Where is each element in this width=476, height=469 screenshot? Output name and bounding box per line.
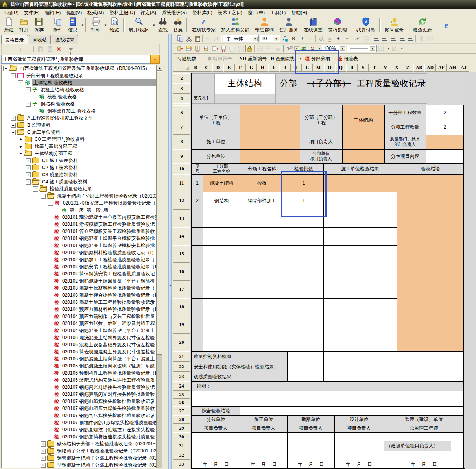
tree-item[interactable]: 检020104 预应力原材料检验批质量验收记录（Ⅰ [2, 306, 156, 313]
row-header-11[interactable]: 11 [173, 174, 190, 192]
toolbar-button-open-folder[interactable]: 打开 [17, 17, 31, 34]
cell-division-value[interactable]: 主体结构 [342, 105, 384, 135]
tree-item[interactable]: 项模板 验收表格 [2, 93, 156, 100]
line-style-select[interactable]: ▼ [347, 45, 377, 52]
tree-item[interactable]: −C 施工单位资料 [2, 129, 156, 136]
row-spacing-decrease-icon[interactable] [264, 45, 272, 52]
collapse-box-icon[interactable]: − [26, 102, 31, 107]
cell-quality-label[interactable]: 质量部门、技术 部门负责人 [384, 135, 426, 149]
row-header-18[interactable]: 18 [173, 298, 190, 316]
cell-title-fenbu[interactable]: 分部 [275, 73, 302, 94]
toolbar-button-check-update[interactable]: 检查更新 [410, 17, 435, 34]
cell-note-label[interactable]: 说明： [195, 381, 234, 391]
cell-subcount-label[interactable]: 子分部工程数量 [384, 105, 426, 120]
tree-item[interactable]: −分部分项工程质量验收记录 [2, 72, 156, 79]
custom-button-画删除线[interactable]: Đ画删除线 [271, 54, 295, 64]
tree-item-label[interactable]: 020107 预埋件钢筋T形焊接头检验批质量验收 [61, 419, 156, 426]
cell-header-sub[interactable]: 子分部 工程名称 [203, 163, 240, 174]
tree-item[interactable]: +钢结构子分部工程检验批验收记录（020301~020 [2, 447, 156, 454]
tree-item-label[interactable]: 020104 预应力张拉、放张、灌浆及封锚工程 [61, 320, 156, 327]
font-color-icon[interactable] [281, 35, 289, 42]
tree-item-label[interactable]: 020103 混凝土拌合物检验批质量验收记录（Ⅰ [61, 292, 156, 299]
copy-icon[interactable] [176, 35, 184, 42]
row-header-24[interactable]: 24 [173, 381, 190, 391]
border-erase-icon[interactable] [391, 45, 399, 52]
cell-sub-content-label[interactable]: 分包项目内容 [384, 149, 426, 163]
tree-item[interactable]: 检020106 装配式结构安装与连接工程检验批质 [2, 377, 156, 384]
toolbar-button-save-floppy[interactable]: 保存 [31, 17, 46, 34]
tree-item-label[interactable]: 020101 滑模模板安装工程检验批质量验收记 [61, 221, 156, 228]
menu-item[interactable]: 窗口(W) [245, 9, 268, 17]
row-header-23[interactable]: 23 [173, 372, 190, 381]
tree-item-label[interactable]: 020103 混凝土施工工程检验批质量验收记录 [61, 299, 156, 306]
tree-item-label[interactable]: 020107 钢筋直螺纹（锥螺纹）连接接头检验 [61, 427, 156, 433]
row-header-30[interactable]: 30 [173, 432, 190, 441]
tree-item[interactable]: 检020103 混凝土原材料检验批质量验收记录（ [2, 284, 156, 292]
cell-sign-unit-1[interactable]: 分包单位 [192, 415, 240, 424]
toolbar-button-after-sales[interactable]: 售后服务 [277, 17, 301, 34]
tree-item-label[interactable]: 020104 钢筋混凝土烟囱筒壁（平台）混凝土 [61, 327, 156, 334]
collapse-box-icon[interactable]: − [3, 66, 8, 71]
tree-item[interactable]: 检020107 钢筋套筒挤压连接接头检验批质量验 [2, 433, 156, 440]
library-selector[interactable]: 山西省建筑工程资料管理与质量验收库 ▼ [1, 55, 160, 64]
lock-icon[interactable] [245, 45, 253, 52]
row-header-28[interactable]: 28 [173, 415, 190, 424]
cell-constructor-label[interactable]: 施工单位 [192, 135, 240, 149]
tree-item[interactable]: −C4 施工质量验收资料 [2, 178, 156, 185]
tree-item[interactable]: 检020107 钢筋闪光对焊接头检验批质量验收记 [2, 384, 156, 391]
tree-item[interactable]: 检020102 钢筋加工工程检验批质量验收记录（ [2, 256, 156, 263]
toolbar-button-online-expert[interactable]: e在线找专家 [189, 17, 218, 34]
cell-row1-sub[interactable]: 混凝土结构 [203, 174, 240, 192]
menu-item[interactable]: 资料库(L) [190, 9, 215, 17]
tree-item[interactable]: −检验批质量验收记录 [2, 185, 156, 192]
tree-item-label[interactable]: 山西省建筑工程资料管理及施工质量验收规程（DBJ04-2015） [18, 65, 151, 72]
tree-item-label[interactable]: 020107 钢筋气压焊接头检验批质量验收记录 [61, 412, 156, 419]
tree-item[interactable]: +C3 质量控制资料 [2, 171, 156, 178]
library-selector-value[interactable]: 山西省建筑工程资料管理与质量验收库 [1, 55, 150, 64]
delete-node-icon[interactable]: ✕ [56, 46, 61, 53]
paste-node-icon[interactable] [47, 46, 53, 52]
tree-item-label[interactable]: 混凝土结构子分部工程检验批验收记录（020101~ [56, 193, 156, 199]
collapse-box-icon[interactable]: − [11, 73, 16, 78]
tree-item[interactable]: −子钢结构 验收表格 [2, 100, 156, 107]
toolbar-button-online-class[interactable]: 在线课堂 [301, 17, 325, 34]
tree-item-label[interactable]: B 监理资料 [26, 122, 52, 129]
filter-icon[interactable] [68, 48, 73, 51]
cell-row2-sub[interactable]: 钢结构 [203, 192, 240, 210]
nav-down-icon[interactable]: ↓ [20, 46, 22, 52]
tree-item-label[interactable]: 钢结构子分部工程检验批验收记录（020301~020 [56, 448, 156, 454]
tree-item[interactable]: +型钢混凝土结构子分部工程检验批验收记录（020 [2, 462, 156, 468]
toolbar-button-replace-binoculars[interactable]: 替换 [170, 17, 185, 34]
delete-cell-icon[interactable] [202, 45, 210, 52]
cell-sign-role-4[interactable]: 项目负责人 [334, 424, 384, 432]
tree-item[interactable]: 检020107 钢筋气压焊接头检验批质量验收记录 [2, 412, 156, 419]
tree-item-label[interactable]: 020104 预应力原材料检验批质量验收记录（Ⅰ [61, 306, 156, 313]
tree-item-label[interactable]: 砌体结构子分部工程检验批验收记录（020201~0 [56, 441, 156, 447]
tree-item[interactable]: 检020107 钢筋电渣压力焊接头检验批质量验收 [2, 405, 156, 412]
tree-item[interactable]: +地基与基础分部工程 [2, 143, 156, 150]
cell-header-item[interactable]: 分项工程名称 [240, 163, 284, 174]
tree-item[interactable]: 检020105 混凝土设备基础外观及尺寸偏差检验 [2, 341, 156, 348]
column-header-X[interactable]: X [391, 64, 402, 72]
menu-item[interactable]: 资料上报(D) [107, 9, 138, 17]
cell-overall-conclusion-label[interactable]: 综合验收结论 [192, 406, 240, 415]
cell-title-zifenbu[interactable]: （子分部） [302, 73, 356, 94]
font-name-select[interactable]: T宋体▼ [223, 35, 259, 42]
expand-box-icon[interactable]: + [41, 456, 46, 461]
delete-col-icon[interactable] [220, 45, 227, 52]
expand-box-icon[interactable]: + [26, 165, 31, 170]
dropdown-arrow-icon[interactable]: ▼ [370, 46, 375, 51]
tree-item-label[interactable]: 主体结构分部工程 [33, 150, 74, 157]
undo-icon[interactable] [204, 35, 212, 42]
column-header-J[interactable]: J [279, 64, 290, 72]
dropdown-arrow-icon[interactable]: ▼ [387, 47, 390, 50]
decrease-font-icon[interactable]: − [343, 35, 351, 42]
tree-item-label[interactable]: 地基与基础分部工程 [33, 143, 78, 150]
tree-item-label[interactable]: 钢管混凝土结构子分部工程检验批验收记录（020 [56, 455, 156, 462]
tree-item[interactable]: 检020103 混凝土施工工程检验批质量验收记录 [2, 299, 156, 306]
tree-item-label[interactable]: 020105 钢筋混凝土烟囱筒壁（平台）混凝土 [61, 356, 156, 362]
row-header-16[interactable]: 16 [173, 263, 190, 281]
tree-item-label[interactable]: 020107 钢筋箍筋闪光对焊接头检验批质量验 [61, 391, 156, 398]
tree-item[interactable]: 检第一层~第一段~墙 [2, 207, 156, 214]
tree-item-label[interactable]: 020105 现浇混凝土结构外观及尺寸偏差检验 [61, 334, 156, 341]
